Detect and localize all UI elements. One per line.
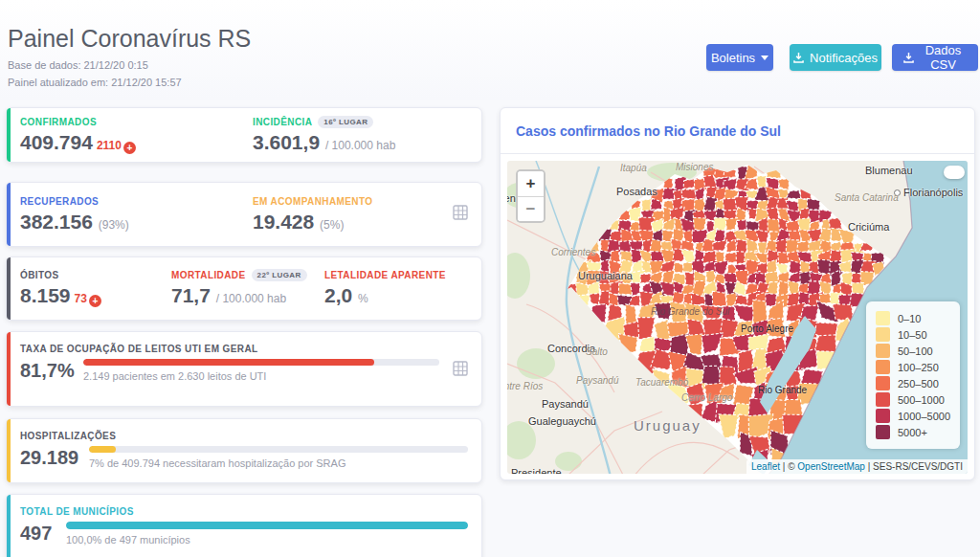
incidencia-value: 3.601,9 bbox=[253, 131, 320, 153]
map-place-label: Uruguay bbox=[634, 417, 702, 434]
map-place-label: Paysandú bbox=[576, 375, 618, 386]
notificacoes-label: Notificações bbox=[810, 51, 878, 65]
uti-caption: 2.149 pacientes em 2.630 leitos de UTI bbox=[83, 370, 439, 382]
download-icon bbox=[793, 53, 804, 63]
municipios-label: TOTAL DE MUNICÍPIOS bbox=[20, 506, 468, 517]
increase-icon: + bbox=[89, 295, 101, 307]
increase-icon: + bbox=[123, 142, 136, 154]
leaflet-link[interactable]: Leaflet bbox=[751, 461, 780, 472]
dados-csv-label: Dados CSV bbox=[920, 43, 967, 72]
zoom-in-button[interactable]: + bbox=[518, 171, 544, 196]
chevron-down-icon bbox=[761, 56, 768, 60]
legend-swatch bbox=[876, 392, 890, 407]
municipios-progress-track bbox=[66, 522, 468, 529]
map-legend: 0–1010–5050–100100–250250–500500–1000100… bbox=[866, 301, 960, 449]
uti-value: 81,7% bbox=[20, 360, 83, 382]
zoom-out-button[interactable]: − bbox=[518, 196, 544, 221]
card-obitos: ÓBITOS 8.15973+ MORTALIDADE22º LUGAR 71,… bbox=[6, 256, 482, 321]
map-place-label: Posadas bbox=[616, 186, 657, 197]
table-icon[interactable] bbox=[453, 205, 468, 224]
hospitalizacoes-value: 29.189 bbox=[20, 447, 89, 469]
dashboard: Painel Coronavírus RS Base de dados: 21/… bbox=[0, 0, 980, 557]
confirmados-value: 409.794 bbox=[20, 131, 93, 153]
legend-range-label: 500–1000 bbox=[898, 394, 945, 406]
legend-row: 50–100 bbox=[876, 344, 950, 358]
confirmados-label: CONFIRMADOS bbox=[20, 117, 253, 127]
map-container[interactable]: ItapúaMisionesPosadasBlumenauFlorianópol… bbox=[507, 161, 968, 474]
map-place-label: Itapúa bbox=[620, 163, 647, 173]
openstreetmap-link[interactable]: OpenStreetMap bbox=[797, 461, 865, 472]
municipios-caption: 100,0% de 497 municípios bbox=[66, 534, 468, 546]
map-place-label: Gualeguaychú bbox=[528, 415, 596, 427]
map-place-label: Presidente bbox=[511, 467, 562, 474]
map-place-label: Florianópolis bbox=[894, 187, 963, 198]
legend-row: 0–10 bbox=[876, 311, 950, 325]
municipios-progress-fill bbox=[66, 522, 468, 529]
legend-row: 500–1000 bbox=[876, 392, 950, 407]
legend-row: 5000+ bbox=[876, 425, 950, 439]
obitos-delta: 73 bbox=[75, 292, 87, 305]
card-confirmados: CONFIRMADOS 409.7942110+ INCIDÊNCIA16º L… bbox=[6, 107, 482, 163]
legend-range-label: 5000+ bbox=[898, 427, 927, 438]
city-marker-icon bbox=[894, 189, 901, 196]
attrib-separator: | bbox=[868, 461, 871, 472]
map-place-label: Concordia bbox=[547, 343, 595, 354]
legend-range-label: 250–500 bbox=[898, 378, 939, 390]
map-card: Casos confirmados no Rio Grande do Sul bbox=[500, 107, 975, 480]
recuperados-value: 382.156 bbox=[20, 211, 93, 233]
legend-row: 10–50 bbox=[876, 327, 950, 342]
legend-range-label: 10–50 bbox=[898, 329, 927, 341]
confirmados-delta: 2110 bbox=[97, 139, 122, 152]
map-attribution: Leaflet | © OpenStreetMap | SES-RS/CEVS/… bbox=[746, 459, 968, 474]
letalidade-unit: % bbox=[358, 292, 368, 305]
incidencia-label: INCIDÊNCIA bbox=[253, 117, 312, 127]
database-date: Base de dados: 21/12/20 0:15 bbox=[8, 59, 148, 71]
legend-row: 1000–5000 bbox=[876, 409, 950, 423]
map-place-label: Tacuarembó bbox=[635, 377, 688, 388]
hospitalizacoes-label: HOSPITALIZAÇÕES bbox=[20, 431, 468, 441]
incidencia-rank-badge: 16º LUGAR bbox=[318, 116, 373, 128]
map-place-label: Cerro Largo bbox=[681, 392, 732, 403]
mortalidade-unit: / 100.000 hab bbox=[216, 292, 286, 305]
legend-range-label: 50–100 bbox=[898, 345, 933, 357]
legend-swatch bbox=[876, 311, 890, 325]
updated-date: Painel atualizado em: 21/12/20 15:57 bbox=[8, 77, 182, 88]
map-legend-items: 0–1010–5050–100100–250250–500500–1000100… bbox=[876, 311, 950, 439]
card-uti: TAXA DE OCUPAÇÃO DE LEITOS UTI EM GERAL … bbox=[6, 331, 482, 407]
legend-range-label: 0–10 bbox=[898, 313, 921, 324]
copyright-sign: © bbox=[788, 461, 794, 472]
card-hospitalizacoes: HOSPITALIZAÇÕES 29.189 7% de 409.794 nec… bbox=[6, 418, 482, 483]
acompanhamento-value: 19.428 bbox=[253, 211, 314, 233]
municipios-value: 497 bbox=[20, 523, 66, 545]
zoom-control: + − bbox=[516, 169, 546, 223]
map-place-label: Corrientes bbox=[551, 247, 595, 257]
letalidade-label: LETALIDADE APARENTE bbox=[324, 270, 468, 280]
card-recuperados: RECUPERADOS 382.156 (93%) EM ACOMPANHAME… bbox=[6, 182, 482, 247]
obitos-value: 8.159 bbox=[20, 284, 71, 306]
map-place-label: Blumenau bbox=[865, 165, 913, 176]
dados-csv-button[interactable]: Dados CSV bbox=[892, 44, 978, 71]
layers-control[interactable] bbox=[944, 166, 965, 179]
legend-range-label: 1000–5000 bbox=[898, 411, 950, 422]
legend-swatch bbox=[876, 344, 890, 358]
legend-swatch bbox=[876, 425, 890, 439]
hospitalizacoes-progress-track bbox=[89, 446, 468, 453]
acompanhamento-pct: (5%) bbox=[320, 218, 344, 232]
map-place-label: Rio Grande bbox=[758, 385, 807, 395]
recuperados-pct: (93%) bbox=[99, 218, 129, 232]
mortalidade-label: MORTALIDADE bbox=[171, 270, 246, 280]
hospitalizacoes-progress-fill bbox=[89, 446, 116, 453]
map-place-label: Uruguaiana bbox=[578, 270, 633, 281]
mortalidade-rank-badge: 22º LUGAR bbox=[252, 269, 307, 281]
download-icon bbox=[903, 53, 914, 63]
map-place-label: Entre Ríos bbox=[507, 381, 543, 391]
table-icon[interactable] bbox=[453, 361, 468, 380]
page-title: Painel Coronavírus RS bbox=[8, 25, 251, 53]
uti-progress-fill bbox=[83, 359, 374, 366]
notificacoes-button[interactable]: Notificações bbox=[790, 44, 881, 71]
map-place-label: Misiones bbox=[676, 162, 713, 172]
uti-label: TAXA DE OCUPAÇÃO DE LEITOS UTI EM GERAL bbox=[20, 344, 468, 354]
legend-range-label: 100–250 bbox=[898, 362, 939, 373]
boletins-button[interactable]: Boletins bbox=[706, 44, 773, 71]
legend-swatch bbox=[876, 327, 890, 342]
